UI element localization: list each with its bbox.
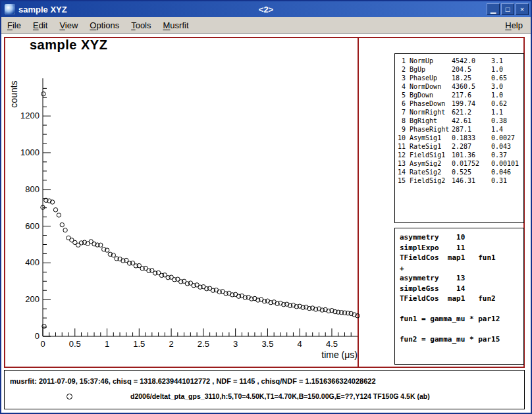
window-buttons: ▁ □ × bbox=[487, 3, 531, 15]
x-tick-label: 3 bbox=[233, 339, 238, 349]
theory-line: fun2 = gamma_mu * par15 bbox=[400, 334, 523, 345]
plot-title: sample XYZ bbox=[30, 38, 107, 53]
param-number: 6 bbox=[395, 99, 406, 108]
x-tick-label: 0.5 bbox=[69, 339, 81, 349]
param-row: 1NormUp4542.03.1 bbox=[395, 57, 523, 65]
menu-item-edit[interactable]: Edit bbox=[27, 18, 53, 32]
param-error: 0.65 bbox=[491, 74, 523, 82]
x-tick-label: 4 bbox=[298, 339, 302, 349]
maximize-button[interactable]: □ bbox=[501, 3, 514, 15]
param-value: 18.25 bbox=[452, 74, 491, 82]
legend-text: d2006/deltat_pta_gps_3110,h:5,T0=4.50K,T… bbox=[130, 392, 430, 400]
param-value: 0.525 bbox=[452, 168, 491, 176]
param-error: 0.046 bbox=[491, 168, 523, 176]
param-name: RateSig1 bbox=[410, 142, 449, 151]
x-tick-label: 0 bbox=[40, 339, 45, 349]
menu-item-view[interactable]: View bbox=[53, 18, 84, 32]
data-point bbox=[41, 92, 45, 96]
param-row: 12FieldSig1101.360.37 bbox=[395, 151, 523, 159]
param-number: 9 bbox=[395, 125, 406, 134]
param-error: 1.4 bbox=[491, 125, 523, 134]
param-row: 10AsymSig10.18330.0027 bbox=[395, 134, 523, 142]
data-point bbox=[53, 208, 57, 212]
param-row: 14RateSig20.5250.046 bbox=[395, 168, 523, 176]
menu-item-options[interactable]: Options bbox=[84, 18, 125, 32]
theory-line: TFieldCos map1 fun2 bbox=[400, 294, 523, 304]
param-name: NormRight bbox=[410, 108, 449, 116]
param-number: 15 bbox=[395, 176, 406, 185]
application-window: sample XYZ <2> ▁ □ × FileEditViewOptions… bbox=[0, 0, 532, 414]
param-value: 621.2 bbox=[452, 108, 491, 116]
param-value: 0.1833 bbox=[452, 134, 491, 142]
theory-line: asymmetry 10 bbox=[400, 232, 523, 243]
x-tick-label: 4.5 bbox=[326, 339, 338, 349]
param-name: AsymSig1 bbox=[410, 134, 449, 142]
param-value: 0.01752 bbox=[452, 159, 491, 168]
y-tick-label: 200 bbox=[25, 294, 40, 304]
param-row: 2BgUp204.51.0 bbox=[395, 65, 523, 74]
param-name: BgUp bbox=[410, 65, 449, 74]
menu-item-help[interactable]: Help bbox=[499, 18, 531, 32]
data-point bbox=[57, 213, 61, 217]
param-name: PhaseRight bbox=[410, 125, 449, 134]
theory-line bbox=[400, 324, 523, 335]
param-number: 11 bbox=[395, 142, 406, 151]
param-error: 3.1 bbox=[491, 57, 523, 65]
param-value: 42.61 bbox=[452, 116, 491, 125]
menu-item-file[interactable]: File bbox=[1, 18, 27, 32]
x-tick-label: 3.5 bbox=[261, 339, 273, 349]
titlebar[interactable]: sample XYZ <2> ▁ □ × bbox=[1, 1, 531, 17]
theory-line: TFieldCos map1 fun1 bbox=[400, 253, 523, 263]
app-icon bbox=[5, 4, 15, 14]
theory-line: fun1 = gamma_mu * par12 bbox=[400, 314, 523, 324]
theory-line: asymmetry 13 bbox=[400, 273, 523, 284]
param-row: 3PhaseUp18.250.65 bbox=[395, 74, 523, 82]
param-name: RateSig2 bbox=[410, 168, 449, 176]
menu-item-tools[interactable]: Tools bbox=[125, 18, 157, 32]
close-button[interactable]: × bbox=[516, 3, 529, 15]
x-tick-label: 1.5 bbox=[133, 339, 145, 349]
param-row: 9PhaseRight287.11.4 bbox=[395, 125, 523, 134]
parameter-panel: 1NormUp4542.03.12BgUp204.51.03PhaseUp18.… bbox=[394, 53, 524, 223]
param-value: 101.36 bbox=[452, 151, 491, 159]
param-name: NormDown bbox=[410, 82, 449, 91]
root-canvas[interactable]: sample XYZ 00.511.522.533.544.5020040060… bbox=[1, 34, 531, 413]
param-value: 146.31 bbox=[452, 176, 491, 185]
param-name: FieldSig2 bbox=[410, 176, 449, 185]
x-tick-label: 1 bbox=[105, 339, 109, 349]
param-number: 13 bbox=[395, 159, 406, 168]
window-title: sample XYZ bbox=[18, 5, 67, 14]
param-row: 6PhaseDown199.740.62 bbox=[395, 99, 523, 108]
param-error: 0.37 bbox=[491, 151, 523, 159]
param-name: NormUp bbox=[410, 57, 449, 65]
theory-line bbox=[400, 304, 523, 315]
param-error: 0.62 bbox=[491, 99, 523, 108]
param-value: 217.6 bbox=[452, 91, 491, 99]
param-name: BgRight bbox=[410, 116, 449, 125]
fit-info-text: musrfit: 2011-07-09, 15:37:46, chisq = 1… bbox=[10, 377, 524, 385]
y-tick-label: 600 bbox=[25, 221, 40, 231]
legend-row: d2006/deltat_pta_gps_3110,h:5,T0=4.50K,T… bbox=[5, 392, 524, 400]
param-error: 1.1 bbox=[491, 108, 523, 116]
data-point bbox=[63, 228, 67, 232]
param-number: 1 bbox=[395, 57, 406, 65]
theory-line: simplExpo 11 bbox=[400, 243, 523, 253]
minimize-button[interactable]: ▁ bbox=[487, 3, 500, 15]
param-number: 4 bbox=[395, 82, 406, 91]
param-error: 0.38 bbox=[491, 116, 523, 125]
param-value: 2.287 bbox=[452, 142, 491, 151]
param-name: PhaseUp bbox=[410, 74, 449, 82]
y-tick-label: 0 bbox=[35, 331, 40, 341]
y-axis-title: counts bbox=[9, 80, 19, 107]
open-circle-marker-icon bbox=[66, 394, 72, 400]
menu-item-musrfit[interactable]: Musrfit bbox=[157, 18, 195, 32]
param-row: 5BgDown217.61.0 bbox=[395, 91, 523, 99]
x-tick-label: 2 bbox=[169, 339, 173, 349]
param-number: 3 bbox=[395, 74, 406, 82]
param-number: 10 bbox=[395, 134, 406, 142]
theory-line: simpleGss 14 bbox=[400, 284, 523, 294]
param-name: FieldSig1 bbox=[410, 151, 449, 159]
y-tick-label: 1000 bbox=[20, 147, 40, 157]
theory-line: + bbox=[400, 263, 523, 274]
y-tick-label: 400 bbox=[25, 257, 40, 267]
